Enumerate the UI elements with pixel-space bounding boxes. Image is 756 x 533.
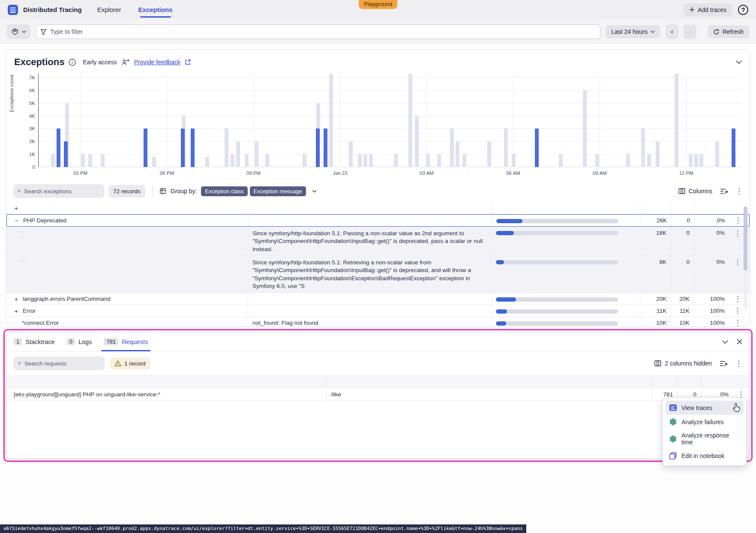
chart-bar[interactable] (647, 154, 651, 167)
requests-column-header-service[interactable] (7, 376, 326, 388)
requests-table-row[interactable]: [eks-playground][unguard] PHP on unguard… (7, 388, 749, 401)
table-row[interactable]: Since symfony/http-foundation 5.1: Passi… (6, 227, 750, 256)
chart-bar[interactable] (245, 154, 249, 167)
chart-bar[interactable] (626, 154, 630, 167)
table-scrollbar[interactable] (744, 207, 747, 309)
chart-bar[interactable] (394, 154, 398, 167)
chevron-down-icon[interactable] (312, 190, 317, 193)
chart-bar[interactable] (349, 141, 353, 167)
chart-bar[interactable] (487, 141, 491, 167)
chart-bar[interactable] (51, 154, 55, 167)
chart-bar[interactable] (559, 154, 563, 167)
scrollbar-thumb[interactable] (744, 207, 747, 271)
panel-tab-logs[interactable]: 0Logs (67, 332, 92, 351)
chart-bar[interactable] (363, 154, 367, 167)
chart-bar[interactable] (512, 154, 516, 167)
time-range-button[interactable]: Last 24 hours (606, 25, 660, 38)
close-icon[interactable] (737, 339, 742, 344)
expand-toggle-icon[interactable]: + (13, 295, 19, 302)
chart-bar[interactable] (504, 129, 508, 167)
table-kebab-menu[interactable]: ⋮ (735, 188, 743, 195)
requests-column-header-failed[interactable] (677, 376, 701, 388)
chart-bar[interactable] (329, 74, 333, 167)
columns-button[interactable]: Columns (678, 188, 712, 195)
chart-bar[interactable] (462, 154, 466, 167)
expand-toggle-icon[interactable]: − (14, 217, 20, 224)
chart-bar[interactable] (456, 141, 459, 167)
menu-item-edit-in-notebook[interactable]: Edit in notebook (666, 449, 744, 463)
chart-bar-selected[interactable] (64, 141, 68, 167)
row-kebab-menu[interactable]: ⋮ (738, 391, 745, 398)
chart-bar[interactable] (715, 141, 719, 167)
chart-bar[interactable] (101, 154, 105, 167)
requests-column-header-failure_rate[interactable] (701, 376, 733, 388)
export-rows-icon[interactable] (720, 188, 728, 195)
table-row[interactable]: *connect.Errornot_found: Flag not found1… (6, 317, 750, 327)
chart-bar-selected[interactable] (57, 129, 60, 167)
menu-item-analyze-response-time[interactable]: Analyze response time (666, 429, 744, 449)
menu-item-analyze-failures[interactable]: Analyze failures (666, 415, 744, 429)
columns-hidden-button[interactable]: 2 columns hidden (654, 360, 712, 367)
panel-tab-stacktrace[interactable]: 1Stacktrace (14, 332, 55, 351)
chart-bar[interactable] (656, 141, 660, 167)
requests-column-header-count[interactable] (651, 376, 677, 388)
column-header-exception-message[interactable] (248, 202, 491, 214)
chart-bar[interactable] (225, 129, 228, 167)
help-button[interactable]: ? (738, 5, 748, 15)
chart-bar-selected[interactable] (324, 129, 327, 167)
nav-tab-exceptions[interactable]: Exceptions (138, 1, 173, 18)
scope-selector-button[interactable] (7, 24, 30, 39)
chart-bar[interactable] (303, 154, 306, 167)
group-by-chip[interactable]: Exception class (201, 186, 247, 196)
chart-bar-selected[interactable] (144, 129, 147, 167)
chart-bar[interactable] (231, 154, 234, 167)
time-back-button[interactable]: ‹ (666, 24, 678, 39)
chart-bar-selected[interactable] (732, 129, 735, 167)
row-kebab-menu[interactable]: ⋮ (734, 259, 741, 266)
chart-bar[interactable] (641, 129, 645, 167)
chart-bar[interactable] (205, 157, 209, 167)
table-row[interactable]: −PHP Deprecated26K00%⋮ (6, 214, 750, 227)
group-by-chip[interactable]: Exception message (250, 186, 306, 196)
chart-bar[interactable] (694, 154, 698, 167)
row-kebab-menu[interactable]: ⋮ (735, 217, 742, 224)
chart-bar-selected[interactable] (191, 129, 195, 167)
chart-bar[interactable] (426, 154, 430, 167)
chart-bar[interactable] (583, 90, 587, 167)
chart-bar[interactable] (450, 129, 454, 167)
chart-bar[interactable] (265, 154, 269, 167)
chart-bar[interactable] (699, 154, 703, 167)
chart-bar[interactable] (88, 154, 92, 167)
add-traces-button[interactable]: Add traces (684, 3, 732, 16)
chart-bar[interactable] (358, 154, 362, 167)
row-kebab-menu[interactable]: ⋮ (734, 230, 741, 237)
column-header-exception-class[interactable]: + (6, 202, 248, 214)
chart-bar[interactable] (152, 157, 156, 167)
export-rows-icon[interactable] (720, 360, 727, 367)
time-forward-button[interactable]: › (684, 24, 696, 39)
filter-input[interactable] (50, 28, 596, 35)
chart-bar-selected[interactable] (535, 129, 539, 167)
menu-item-view-traces[interactable]: View traces (666, 401, 744, 415)
requests-kebab-menu[interactable]: ⋮ (735, 360, 742, 367)
chart-bar[interactable] (369, 154, 373, 167)
search-requests-input[interactable] (24, 360, 100, 367)
expand-toggle-icon[interactable]: + (13, 307, 19, 314)
chart-bar[interactable] (689, 154, 693, 167)
chart-bar[interactable] (415, 116, 419, 167)
row-kebab-menu[interactable]: ⋮ (734, 319, 741, 326)
chart-bar-selected[interactable] (181, 129, 185, 167)
chart-bar[interactable] (437, 154, 441, 167)
chart-plot-area[interactable]: 01K2K3K4K5K6K7K03 PM06 PM09 PMJan 2303 A… (38, 74, 741, 167)
column-header-contribution[interactable] (491, 202, 640, 214)
table-row[interactable]: Since symfony/http-foundation 5.1: Retri… (6, 256, 750, 293)
refresh-button[interactable]: Refresh (708, 25, 749, 38)
row-kebab-menu[interactable]: ⋮ (734, 307, 741, 314)
chart-bar[interactable] (255, 141, 258, 167)
nav-tab-explorer[interactable]: Explorer (97, 1, 121, 18)
row-kebab-menu[interactable]: ⋮ (734, 295, 741, 302)
panel-tab-requests[interactable]: 781Requests (104, 332, 148, 351)
provide-feedback-link[interactable]: Provide feedback (134, 59, 180, 66)
chart-bar[interactable] (408, 74, 412, 167)
collapse-chevron-icon[interactable] (736, 60, 742, 64)
